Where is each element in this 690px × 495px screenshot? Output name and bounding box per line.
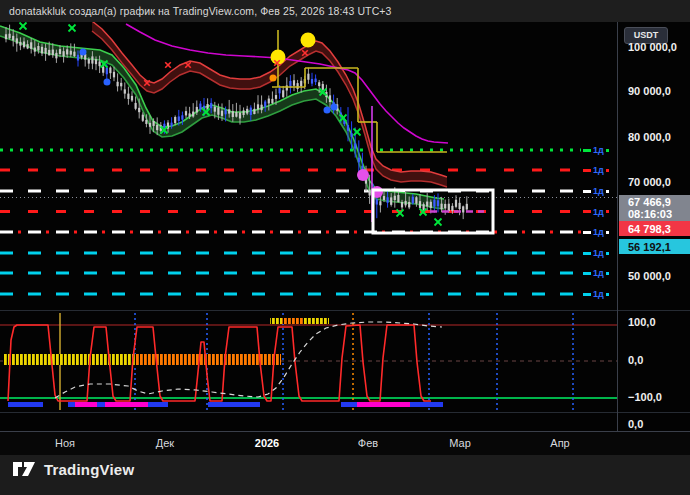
snapshot-header: donatakkluk создал(а) график на TradingV… [0,0,690,22]
snapshot-title: donatakkluk создал(а) график на TradingV… [9,5,392,17]
tradingview-logo-text[interactable]: TradingView [44,461,134,478]
footer: TradingView [13,460,134,478]
chart-canvas[interactable] [0,0,690,495]
tradingview-snapshot: donatakkluk создал(а) график на TradingV… [0,0,690,495]
tradingview-logo-icon[interactable] [13,460,37,478]
currency-toggle-button[interactable]: USDT [624,27,668,44]
